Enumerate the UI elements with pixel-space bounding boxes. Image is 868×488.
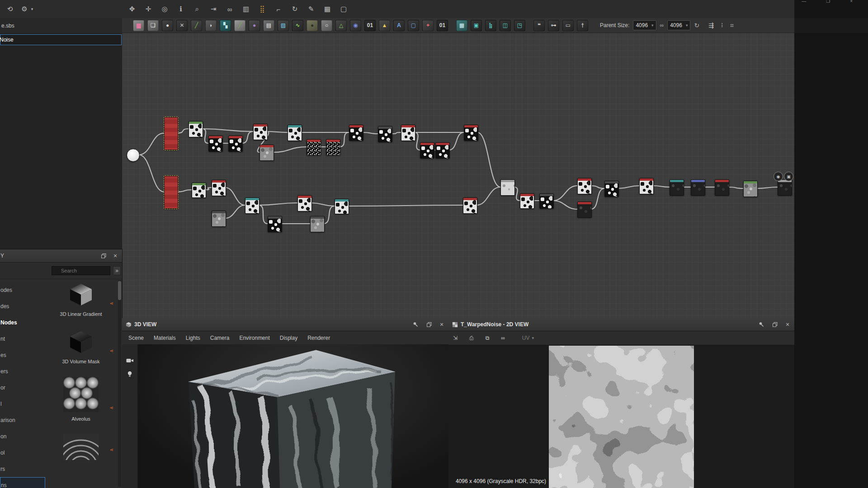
graph-node[interactable]: [639, 178, 654, 194]
value-node-icon[interactable]: 01: [437, 20, 448, 31]
library-item[interactable]: ⋖: [54, 434, 108, 464]
frame-node-icon[interactable]: ▭: [562, 20, 574, 31]
hsl-node-icon[interactable]: ●: [249, 20, 260, 31]
thumbnail-icon[interactable]: ▦: [322, 4, 333, 14]
library-category[interactable]: arison: [0, 412, 45, 428]
curve-node-icon[interactable]: ∿: [292, 20, 303, 31]
graph-node[interactable]: [253, 124, 268, 140]
graph-node[interactable]: [245, 197, 259, 214]
library-category[interactable]: des: [0, 298, 45, 314]
graph-node[interactable]: [349, 125, 363, 141]
slope-blur-gray-node-icon[interactable]: ╱: [234, 20, 245, 31]
move-icon[interactable]: ✥: [127, 4, 137, 14]
search-input[interactable]: [52, 266, 110, 275]
size-reset-icon[interactable]: ↻: [694, 22, 699, 29]
graph-node[interactable]: [715, 179, 729, 196]
frame-icon[interactable]: ▢: [338, 4, 349, 14]
graph-node[interactable]: [604, 181, 619, 197]
library-category[interactable]: rs: [0, 461, 45, 477]
minimize-button[interactable]: —: [802, 0, 806, 4]
connector-icon[interactable]: ⌐: [273, 4, 284, 14]
library-category[interactable]: ol: [0, 445, 45, 461]
histogram-node-icon[interactable]: △: [335, 20, 347, 31]
library-category[interactable]: odes: [0, 282, 45, 298]
menu-renderer[interactable]: Renderer: [307, 335, 330, 341]
fxmap-corner-node-icon[interactable]: ◳: [514, 20, 525, 31]
pin-icon[interactable]: [411, 320, 420, 328]
library-category[interactable]: Nodes: [0, 314, 45, 331]
graph-node[interactable]: [463, 197, 477, 214]
link-icon[interactable]: ∞: [224, 4, 235, 14]
graph-panel[interactable]: ◉▣: [122, 33, 794, 318]
graph-input-node[interactable]: [127, 149, 140, 162]
graph-node[interactable]: [192, 183, 206, 198]
maximize-button[interactable]: ❐: [826, 0, 830, 4]
uv-mode-dropdown[interactable]: UV ▾: [522, 335, 534, 341]
text-node-icon[interactable]: A: [393, 20, 405, 31]
graph-node[interactable]: [259, 145, 274, 161]
copy-image-icon[interactable]: ⧉: [486, 335, 490, 341]
graph-node[interactable]: [577, 178, 592, 194]
gradient-map-node-icon[interactable]: ▧: [278, 20, 289, 31]
library-category[interactable]: ers: [0, 363, 45, 380]
library-category[interactable]: l: [0, 396, 45, 412]
close-icon[interactable]: ×: [111, 252, 119, 260]
transform-node-icon[interactable]: ▚: [220, 20, 231, 31]
parent-height-dropdown[interactable]: 4096 ▾: [667, 20, 690, 30]
graph-node[interactable]: [307, 139, 321, 155]
grayscale-conversion-node-icon[interactable]: ●: [307, 20, 318, 31]
graph-node[interactable]: [464, 125, 478, 141]
fxmap-grid-node-icon[interactable]: ◫: [500, 20, 511, 31]
bitmap-node-icon[interactable]: ▆: [133, 20, 144, 31]
warp-node-icon[interactable]: ◗: [205, 20, 217, 31]
close-icon[interactable]: ×: [438, 320, 446, 328]
file-tab[interactable]: e.sbs: [0, 23, 14, 29]
graph-node[interactable]: [335, 199, 349, 214]
directional-warp-node-icon[interactable]: ✕: [176, 20, 188, 31]
library-category[interactable]: nt: [0, 331, 45, 347]
search-options-button[interactable]: »: [113, 266, 121, 275]
pan-icon[interactable]: ✛: [143, 4, 154, 14]
graph-node[interactable]: [539, 193, 554, 209]
link-view-icon[interactable]: ∞: [501, 335, 505, 341]
view3d-viewport[interactable]: [137, 344, 448, 488]
menu-scene[interactable]: Scene: [128, 335, 144, 341]
menu-display[interactable]: Display: [280, 335, 297, 341]
pixel-processor-node-icon[interactable]: ▦: [456, 20, 467, 31]
graph-node[interactable]: [164, 117, 178, 150]
graph-node[interactable]: [401, 125, 415, 141]
search-icon[interactable]: ⌕: [192, 4, 203, 14]
menu-camera[interactable]: Camera: [210, 335, 230, 341]
slope-blur-node-icon[interactable]: ╱: [191, 20, 202, 31]
graph-node[interactable]: [435, 142, 450, 159]
close-icon[interactable]: ×: [783, 320, 792, 328]
close-button[interactable]: ×: [850, 0, 853, 4]
export-icon[interactable]: ⇥: [208, 4, 219, 14]
motion-blur-node-icon[interactable]: ○: [321, 20, 332, 31]
snapshot-icon[interactable]: ◎: [159, 4, 170, 14]
hsl-circle-node-icon[interactable]: ◉: [350, 20, 361, 31]
export-image-icon[interactable]: ⇲: [453, 335, 458, 341]
comment-icon[interactable]: ❝: [533, 20, 545, 31]
menu-environment[interactable]: Environment: [239, 335, 269, 341]
texture-preview-2d[interactable]: [549, 346, 694, 488]
graph-node[interactable]: [326, 139, 340, 155]
graph-node[interactable]: [268, 216, 282, 232]
levels-node-icon[interactable]: ▤: [263, 20, 274, 31]
splatter-node-icon[interactable]: ✦: [422, 20, 434, 31]
float-panel-button[interactable]: [425, 320, 433, 328]
explorer-item-noise[interactable]: Noise: [0, 34, 122, 45]
library-item[interactable]: ⋖3D Volume Mask: [54, 329, 108, 365]
fxmap-square-node-icon[interactable]: ▣: [471, 20, 482, 31]
library-category[interactable]: ns: [0, 477, 45, 488]
menu-lights[interactable]: Lights: [186, 335, 200, 341]
switch-node-icon[interactable]: 01: [364, 20, 376, 31]
fxmap-splatter-node-icon[interactable]: ⣷: [485, 20, 496, 31]
info-icon[interactable]: ℹ: [175, 4, 186, 14]
float-panel-button[interactable]: [99, 252, 108, 260]
graph-node[interactable]: [310, 216, 325, 232]
size-link-icon[interactable]: ∞: [660, 22, 664, 28]
graph-node[interactable]: [288, 125, 302, 141]
light-bulb-icon[interactable]: [127, 371, 132, 379]
graph-node[interactable]: [500, 179, 515, 196]
